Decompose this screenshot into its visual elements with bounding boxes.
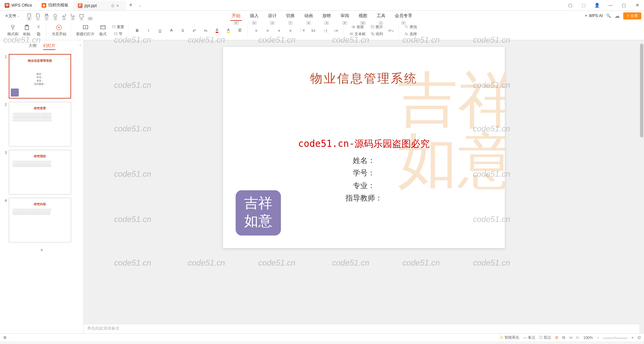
tab-document[interactable]: P ppt.ppt ⊙ × — [73, 0, 126, 10]
copy-button[interactable] — [33, 31, 44, 37]
subscript-button[interactable]: x₂ — [200, 27, 211, 34]
thumbnail-slide-3[interactable]: 研究现状 ▪ ░░░░░░░░░░░░░░░░░░░░░░░░░░░░░░░░░… — [9, 150, 71, 194]
save-icon[interactable]: 1 — [34, 12, 42, 20]
justify-button[interactable]: ≡ — [285, 27, 296, 34]
line-spacing-button[interactable]: ↕≡ — [331, 27, 341, 34]
view-sorter-icon[interactable]: ⊟ — [562, 335, 565, 340]
view-normal-icon[interactable]: ⊞ — [555, 335, 558, 340]
smart-beautify-button[interactable]: ✨ 智能美化 — [499, 335, 519, 340]
outline-tab[interactable]: 大纲 — [29, 42, 37, 50]
slide-canvas[interactable]: 吉祥如意 物业信息管理系统 code51.cn-源码乐园盗图必究 姓名： 学号：… — [223, 47, 505, 248]
shrink-font-button[interactable]: S — [177, 27, 188, 34]
style-dropdown-button[interactable]: ▭⌄ — [386, 27, 396, 34]
scroll-thumb[interactable] — [640, 44, 643, 137]
tab-vip[interactable]: 会员专享K — [390, 11, 417, 20]
new-tab-button[interactable]: + — [126, 2, 136, 9]
reset-button[interactable]: 重置 — [109, 23, 126, 30]
close-window-button[interactable]: ✕ — [631, 0, 644, 11]
qat-more-icon[interactable]: 00 — [86, 12, 94, 20]
font-color-button[interactable]: A — [212, 27, 222, 34]
status-app-icon[interactable]: ⊞ — [3, 335, 6, 340]
notes-area[interactable]: 单击此处添加备注 — [84, 324, 644, 333]
canvas-scroll[interactable]: 吉祥如意 物业信息管理系统 code51.cn-源码乐园盗图必究 姓名： 学号：… — [84, 40, 644, 324]
align-center-button[interactable]: ≡ — [262, 27, 273, 34]
section-button[interactable]: 节 — [109, 31, 126, 37]
tab-animation[interactable]: 动画A — [300, 11, 318, 20]
redo-icon[interactable]: 5 — [69, 12, 77, 20]
window-dock-icon[interactable]: ▢ — [564, 0, 577, 11]
bold-button[interactable]: B — [132, 27, 143, 34]
tab-design[interactable]: 设计G — [263, 11, 281, 20]
underline-button[interactable]: U — [155, 27, 165, 34]
fit-window-button[interactable]: ⊡ — [638, 335, 641, 340]
slides-tab[interactable]: 幻灯片 — [43, 42, 55, 50]
bullets-button[interactable]: ⋮≡ — [297, 27, 307, 34]
slide-fields[interactable]: 姓名： 学号： 专业： 指导教师： — [345, 154, 382, 205]
textbox-button[interactable]: A文本框 — [347, 31, 368, 37]
tab-wps-home[interactable]: W WPS Office — [0, 0, 37, 10]
format-painter-button[interactable]: 格式刷 — [5, 23, 20, 38]
strikethrough-button[interactable]: A̶ — [166, 27, 177, 34]
wps-ai-button[interactable]: ✦WPS AI🔍 — [584, 13, 611, 18]
tab-view[interactable]: 视图W — [354, 11, 372, 20]
share-button[interactable]: ⇪分享 — [623, 12, 641, 19]
new-doc-icon[interactable]: B — [25, 12, 33, 20]
comments-toggle[interactable]: ☐ 批注 — [539, 335, 551, 340]
user-avatar-icon[interactable]: 👤 — [590, 0, 604, 11]
thumbnail-slide-2[interactable]: 研究背景 ▪ ░░░░░░░░░░░░░░░░░░░░░░░░░░░░░░░░▪… — [9, 102, 71, 147]
share-icon: ⇪ — [627, 14, 630, 18]
svg-rect-15 — [114, 33, 117, 35]
view-reading-icon[interactable]: ▭ — [569, 335, 573, 340]
zoom-level[interactable]: 100% — [583, 336, 593, 340]
layout-button[interactable]: 版式 — [97, 23, 109, 38]
zoom-in-button[interactable]: + — [632, 336, 634, 340]
zoom-out-button[interactable]: − — [597, 336, 599, 340]
select-button[interactable]: 选择 — [402, 31, 419, 37]
tab-insert[interactable]: 插入N — [245, 11, 263, 20]
cloud-sync-icon[interactable]: ☁ — [614, 13, 620, 19]
align-right-button[interactable]: ≡ — [274, 27, 284, 34]
undo-icon[interactable]: 4 — [60, 12, 68, 20]
text-effects-button[interactable]: 変 — [234, 27, 245, 34]
title-bar: W WPS Office ◆ 找稻壳模板 P ppt.ppt ⊙ × + ⌄ ▢… — [0, 0, 644, 11]
add-slide-button[interactable]: + — [2, 246, 82, 254]
file-menu[interactable]: ≡ 文件 ⌄ — [3, 13, 22, 19]
tab-tools[interactable]: 工具L — [372, 11, 390, 20]
tab-templates[interactable]: ◆ 找稻壳模板 — [37, 0, 73, 10]
new-slide-button[interactable]: 新建幻灯片 — [74, 23, 97, 38]
maximize-button[interactable]: ▢ — [617, 0, 631, 11]
superscript-button[interactable]: x² — [189, 27, 200, 34]
tab-start[interactable]: 开始H — [227, 11, 245, 20]
vertical-scrollbar[interactable] — [639, 40, 644, 333]
qat-icon-6[interactable]: 6 — [77, 12, 86, 20]
notes-toggle[interactable]: — 备注 — [523, 335, 535, 340]
view-slideshow-icon[interactable]: ▷ — [577, 335, 579, 340]
collapse-panel-icon[interactable]: ‹ — [79, 43, 81, 47]
numbering-button[interactable]: 1≡ — [308, 27, 319, 34]
search-icon[interactable]: 🔍 — [606, 13, 611, 18]
start-from-current-button[interactable]: 当页开始 — [50, 23, 68, 38]
center-watermark: code51.cn-源码乐园盗图必究 — [298, 137, 430, 150]
minimize-button[interactable]: — — [604, 0, 617, 11]
print-icon[interactable]: 2 — [43, 12, 51, 20]
close-icon[interactable]: × — [116, 3, 121, 8]
thumbnail-slide-1[interactable]: 物业信息管理系统 姓名： 学号： 专业： 指导教师： — [9, 54, 71, 99]
cube-icon[interactable]: ⬚ — [577, 0, 590, 11]
thumbnail-slide-4[interactable]: 研究内容 ▪ ░░░░░░░░░░░░░░░░░░░░░░░░░░░░░░░░░… — [9, 198, 71, 242]
menu-icon: ≡ — [5, 13, 8, 18]
italic-button[interactable]: I — [143, 27, 154, 34]
zoom-slider[interactable]: ———○——— — [603, 336, 628, 340]
tab-review[interactable]: 审阅R — [336, 11, 354, 20]
tab-dropdown-icon[interactable]: ⌄ — [139, 3, 142, 8]
print-preview-icon[interactable]: 3 — [51, 12, 59, 20]
cut-button[interactable] — [33, 23, 44, 30]
highlight-button[interactable]: A — [223, 27, 234, 34]
indent-button[interactable]: →| — [319, 27, 330, 34]
paste-button[interactable]: 粘贴 — [21, 23, 33, 38]
tab-menu-icon[interactable]: ⊙ — [111, 3, 114, 8]
thumbnail-list[interactable]: 1 物业信息管理系统 姓名： 学号： 专业： 指导教师： 2 研究背景 ▪ ░░… — [0, 52, 84, 333]
align-left-button[interactable]: ≡ — [251, 27, 262, 34]
arrange-button[interactable]: 排列 — [368, 31, 385, 37]
tab-slideshow[interactable]: 放映S — [318, 11, 336, 20]
tab-transition[interactable]: 切换T — [281, 11, 300, 20]
